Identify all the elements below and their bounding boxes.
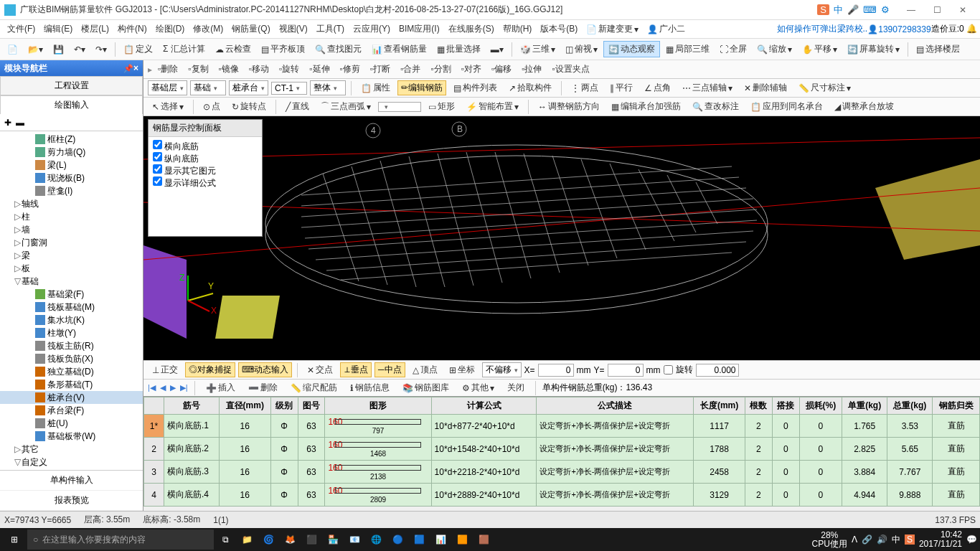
perpendicular-snap[interactable]: ⊥垂点: [340, 362, 372, 377]
menu-item[interactable]: BIM应用(I): [395, 22, 444, 36]
notification-icon[interactable]: 💬: [966, 534, 977, 545]
menu-item[interactable]: 编辑(E): [39, 22, 77, 36]
tree-node[interactable]: 剪力墙(Q): [0, 146, 143, 159]
rebar-info-button[interactable]: ℹ钢筋信息: [346, 380, 394, 395]
taskbar-app-3[interactable]: 🦊: [280, 529, 300, 550]
grid-close-button[interactable]: 关闭: [503, 380, 529, 395]
grid-header[interactable]: 单重(kg): [842, 397, 887, 415]
ime-mic-icon[interactable]: 🎤: [847, 4, 859, 15]
view-rebar-button[interactable]: 📊查看钢筋量: [367, 42, 431, 57]
grid-header[interactable]: 钢筋归类: [933, 397, 980, 415]
point-angle-button[interactable]: ∠点角: [640, 80, 675, 95]
taskbar-app-5[interactable]: 🏪: [323, 529, 343, 550]
close-button[interactable]: ✕: [950, 1, 976, 19]
ime-badge[interactable]: S: [817, 4, 829, 15]
grid-nav-first[interactable]: |◀: [148, 383, 156, 392]
tree-node[interactable]: 筏板主筋(R): [0, 339, 143, 352]
view-3d-button[interactable]: 🎲三维▾: [516, 42, 560, 57]
tree-node[interactable]: 承台梁(F): [0, 404, 143, 417]
grid-nav-prev[interactable]: ◀: [160, 383, 166, 392]
two-point-button[interactable]: ⋮两点: [567, 80, 603, 95]
grid-header[interactable]: 损耗(%): [799, 397, 842, 415]
display-option[interactable]: 显示其它图元: [153, 164, 258, 176]
scale-rebar-button[interactable]: 📏缩尺配筋: [286, 380, 341, 395]
scope-combo[interactable]: 整体: [310, 80, 346, 95]
ortho-toggle[interactable]: ⊥正交: [148, 362, 182, 377]
menu-item[interactable]: 文件(F): [3, 22, 39, 36]
menu-item[interactable]: 钢筋量(Q): [227, 22, 274, 36]
tree-node[interactable]: ▷门窗洞: [0, 236, 143, 249]
screen-rotate-button[interactable]: 🔄屏幕旋转▾: [843, 42, 904, 57]
batch-select-button[interactable]: ▦批量选择: [433, 42, 485, 57]
sum-calc-button[interactable]: Σ 汇总计算: [159, 42, 209, 57]
dynamic-view-button[interactable]: 🔄动态观察: [603, 41, 660, 57]
account-number[interactable]: 👤13907298339: [867, 24, 930, 34]
grid-insert-button[interactable]: ➕插入: [202, 380, 240, 395]
taskbar-app-9[interactable]: 🟦: [409, 529, 429, 550]
adjust-rebar-dir-button[interactable]: ↔调整钢筋方向: [534, 99, 604, 114]
edit-tool[interactable]: ▫分割: [426, 62, 455, 77]
grid-other-button[interactable]: ⚙其他▾: [458, 380, 499, 395]
rotate-input[interactable]: [696, 364, 739, 377]
grid-header[interactable]: 公式描述: [537, 397, 694, 415]
section-button[interactable]: ▬▾: [486, 43, 508, 56]
coord-snap[interactable]: ⊞坐标: [445, 362, 479, 377]
save-button[interactable]: 💾: [49, 43, 68, 56]
tree-node[interactable]: ▷柱: [0, 210, 143, 223]
taskbar-app-12[interactable]: 🟫: [473, 529, 494, 550]
smart-layout-button[interactable]: ⚡智能布置▾: [462, 99, 523, 114]
edit-tool[interactable]: ▫打断: [366, 62, 395, 77]
grid-header[interactable]: 筋号: [164, 397, 220, 415]
tree-node[interactable]: 壁龛(I): [0, 184, 143, 197]
find-element-button[interactable]: 🔍查找图元: [311, 42, 366, 57]
rebar-grid[interactable]: 筋号直径(mm)级别图号图形计算公式公式描述长度(mm)根数搭接损耗(%)单重(…: [143, 396, 980, 511]
fullscreen-button[interactable]: ⛶全屏: [715, 42, 751, 57]
tree-node[interactable]: 现浇板(B): [0, 171, 143, 184]
edit-tool[interactable]: ▫镜像: [215, 62, 243, 77]
grid-delete-button[interactable]: ➖删除: [244, 380, 282, 395]
help-link[interactable]: 如何操作可弹出梁跨校..: [777, 23, 868, 35]
redo-button[interactable]: ↷▾: [91, 43, 111, 56]
menu-item[interactable]: 楼层(L): [77, 22, 113, 36]
properties-button[interactable]: 📋属性: [357, 80, 395, 95]
edit-tool[interactable]: ▫删除: [154, 62, 182, 77]
grid-nav-last[interactable]: ▶|: [180, 383, 188, 392]
three-point-axis-button[interactable]: ⋯三点辅轴▾: [678, 80, 737, 95]
grid-header[interactable]: 图号: [298, 397, 325, 415]
edit-tool[interactable]: ▫合并: [396, 62, 425, 77]
rotate-checkbox[interactable]: [664, 365, 673, 375]
tree-node[interactable]: 筏板基础(M): [0, 301, 143, 314]
grid-row[interactable]: 1*横向底筋.116Φ6316079710*d+877-2*40+10*d设定弯…: [144, 415, 980, 438]
tree-node[interactable]: ▷轴线: [0, 197, 143, 210]
grid-header[interactable]: 级别: [270, 397, 298, 415]
tree-node[interactable]: 梁(L): [0, 159, 143, 171]
tree-node[interactable]: 独立基础(D): [0, 365, 143, 378]
menu-item[interactable]: 构件(N): [113, 22, 151, 36]
grid-header[interactable]: 计算公式: [431, 397, 537, 415]
grid-row[interactable]: 3横向底筋.316Φ63160213810*d+2218-2*40+10*d设定…: [144, 461, 980, 484]
user-label[interactable]: 👤广小二: [643, 22, 689, 37]
viewport-3d[interactable]: 4 B Z Y X 钢筋显示控制面板 横向底筋 纵向底筋 显示其它图元 显示详细…: [143, 116, 980, 360]
maximize-button[interactable]: ☐: [924, 1, 950, 19]
pick-component-button[interactable]: ↗拾取构件: [504, 80, 556, 95]
define-button[interactable]: 📋定义: [119, 42, 157, 57]
pan-button[interactable]: ✋平移▾: [798, 42, 842, 57]
grid-nav-next[interactable]: ▶: [170, 383, 176, 392]
offset-combo[interactable]: 不偏移: [482, 362, 522, 377]
menu-item[interactable]: 绘图(D): [151, 22, 189, 36]
rect-button[interactable]: ▭矩形: [424, 99, 459, 114]
tree-node[interactable]: 基础梁(F): [0, 288, 143, 301]
tree-node[interactable]: 框柱(Z): [0, 133, 143, 146]
grid-header[interactable]: 直径(mm): [219, 397, 270, 415]
menu-item[interactable]: 版本号(B): [536, 22, 582, 36]
tab-draw-input[interactable]: 绘图输入: [0, 95, 143, 114]
menu-item[interactable]: 在线服务(S): [444, 22, 499, 36]
edit-tool[interactable]: ▫移动: [245, 62, 273, 77]
edit-rebar-button[interactable]: ✏编辑钢筋: [397, 80, 446, 95]
ime-settings-icon[interactable]: ⚙: [881, 4, 890, 15]
taskbar-app-1[interactable]: 📁: [237, 529, 257, 550]
dimension-button[interactable]: 📏尺寸标注▾: [794, 80, 855, 95]
delete-axis-button[interactable]: ✕删除辅轴: [740, 80, 791, 95]
edit-tool[interactable]: ▫延伸: [305, 62, 334, 77]
tree-node[interactable]: ▷板: [0, 262, 143, 275]
